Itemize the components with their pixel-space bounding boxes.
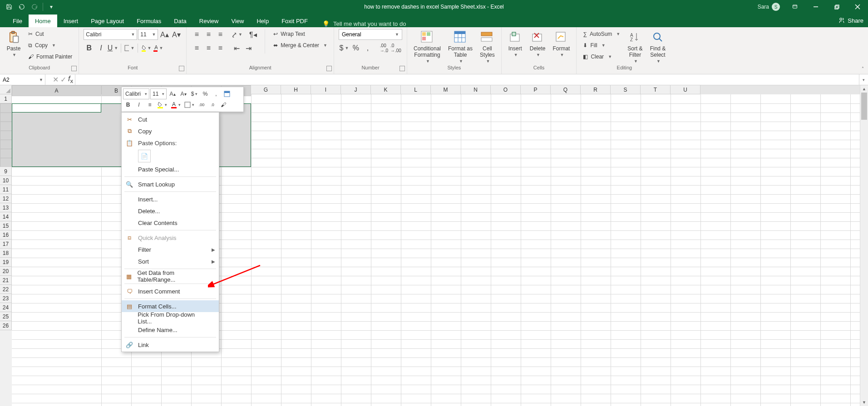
cancel-formula-icon[interactable]: ✕ [53,75,59,84]
maximize-button[interactable] [826,0,847,14]
tab-review[interactable]: Review [193,15,225,27]
cell-styles-button[interactable]: Cell Styles▼ [478,29,497,64]
mini-borders-button[interactable]: ▾ [183,100,196,110]
row-header[interactable]: 18 [0,249,12,258]
column-header[interactable]: Q [551,85,581,94]
paste-button[interactable]: Paste ▼ [5,29,23,58]
formula-input[interactable] [75,74,859,85]
accounting-format-button[interactable]: $▼ [339,43,350,54]
ctx-insert[interactable]: Insert... [122,193,219,205]
column-header[interactable]: H [281,85,311,94]
conditional-formatting-button[interactable]: Conditional Formatting▼ [412,29,443,64]
insert-cells-button[interactable]: Insert▼ [506,29,524,58]
row-header[interactable]: 20 [0,267,12,276]
ctx-pick-from-list[interactable]: Pick From Drop-down List... [122,312,219,324]
row-header[interactable]: 21 [0,276,12,285]
font-color-button[interactable]: A▼ [153,43,163,54]
percent-button[interactable]: % [350,43,361,54]
ctx-delete[interactable]: Delete... [122,205,219,217]
row-header[interactable]: 10 [0,176,12,185]
ctx-get-data[interactable]: ▦Get Data from Table/Range... [122,270,219,282]
mini-format-painter-icon[interactable]: 🖌 [218,100,228,110]
account-button[interactable]: Sara S [753,3,784,11]
ctx-insert-comment[interactable]: 🗨Insert Comment [122,285,219,297]
ctx-copy[interactable]: ⧉Copy [122,125,219,137]
mini-percent-icon[interactable]: % [200,89,210,99]
format-as-table-button[interactable]: Format as Table▼ [446,29,474,64]
decrease-indent-icon[interactable]: ⇤ [231,43,242,54]
row-header[interactable]: 24 [0,303,12,312]
fill-color-button[interactable]: ▼ [141,43,152,54]
format-cells-button[interactable]: Format▼ [551,29,572,58]
merge-center-button[interactable]: ⬌Merge & Center▼ [271,40,329,50]
column-header[interactable]: S [611,85,641,94]
font-name-combo[interactable]: Calibri▼ [84,29,137,40]
vertical-scrollbar[interactable]: ▲ ▼ [860,85,868,406]
mini-comma-icon[interactable]: , [211,89,221,99]
collapse-ribbon-icon[interactable]: ˄ [859,65,866,72]
enter-formula-icon[interactable]: ✓ [60,75,66,84]
row-header[interactable]: 23 [0,294,12,303]
mini-increase-decimal-icon[interactable]: .00 [197,100,207,110]
ctx-format-cells[interactable]: ▤Format Cells... [122,300,219,312]
ctx-link[interactable]: 🔗Link [122,339,219,351]
row-header[interactable]: 9 [0,167,12,176]
tab-insert[interactable]: Insert [57,15,85,27]
row-header[interactable]: 25 [0,312,12,321]
sort-filter-button[interactable]: AZSort & Filter▼ [626,29,644,64]
column-header[interactable]: L [401,85,431,94]
rtl-button[interactable]: ¶◂ [247,29,258,40]
dialog-launcher-icon[interactable] [326,66,332,71]
mini-font-combo[interactable]: Calibri▾ [123,88,149,99]
fill-button[interactable]: ⬇Fill▼ [581,40,622,50]
dialog-launcher-icon[interactable] [399,66,405,71]
ctx-paste-special[interactable]: Paste Special... [122,163,219,175]
number-format-combo[interactable]: General▼ [339,29,402,40]
mini-decrease-font-icon[interactable]: A▾ [178,89,188,99]
align-middle-icon[interactable]: ≡ [203,29,214,40]
save-icon[interactable] [4,1,15,12]
tab-file[interactable]: File [6,15,29,27]
scroll-up-icon[interactable]: ▲ [860,85,868,93]
scroll-down-icon[interactable]: ▼ [860,399,868,406]
underline-button[interactable]: U▼ [107,43,118,54]
format-painter-button[interactable]: 🖌Format Painter [26,52,74,62]
autosum-button[interactable]: ∑AutoSum▼ [581,29,622,39]
tab-view[interactable]: View [225,15,250,27]
wrap-text-button[interactable]: ↩Wrap Text [271,29,329,39]
select-all-button[interactable] [0,85,12,94]
tab-page-layout[interactable]: Page Layout [84,15,130,27]
column-header[interactable]: N [461,85,491,94]
redo-icon[interactable] [29,1,40,12]
column-header[interactable]: R [581,85,611,94]
ctx-define-name[interactable]: Define Name... [122,324,219,336]
tab-help[interactable]: Help [250,15,275,27]
dialog-launcher-icon[interactable] [71,66,77,71]
ribbon-display-options-icon[interactable] [784,0,805,14]
column-header[interactable]: G [251,85,281,94]
align-center-icon[interactable]: ≡ [203,43,214,54]
name-box[interactable]: A2▼ [0,74,45,85]
find-select-button[interactable]: Find & Select▼ [648,29,668,64]
increase-decimal-icon[interactable]: .00→.0 [379,43,390,54]
minimize-button[interactable] [805,0,826,14]
row-header[interactable]: 22 [0,285,12,294]
ctx-smart-lookup[interactable]: 🔍Smart Lookup [122,178,219,190]
ctx-cut[interactable]: ✂Cut [122,113,219,125]
delete-cells-button[interactable]: Delete▼ [528,29,547,58]
column-header[interactable]: U [671,85,700,94]
qat-customize-icon[interactable]: ▾ [46,1,57,12]
tab-foxit-pdf[interactable]: Foxit PDF [275,15,314,27]
row-header[interactable]: 16 [0,230,12,240]
column-header[interactable]: I [311,85,341,94]
mini-italic-button[interactable]: I [134,100,144,110]
mini-table-icon[interactable] [222,89,232,99]
increase-indent-icon[interactable]: ⇥ [243,43,254,54]
increase-font-icon[interactable]: A▴ [159,29,170,40]
align-bottom-icon[interactable]: ≡ [215,29,226,40]
paste-keep-source-icon[interactable]: 📄 [138,150,151,162]
mini-increase-font-icon[interactable]: A▴ [168,89,178,99]
row-header[interactable]: 1 [0,94,12,103]
align-left-icon[interactable]: ≡ [191,43,202,54]
column-header[interactable]: K [371,85,401,94]
